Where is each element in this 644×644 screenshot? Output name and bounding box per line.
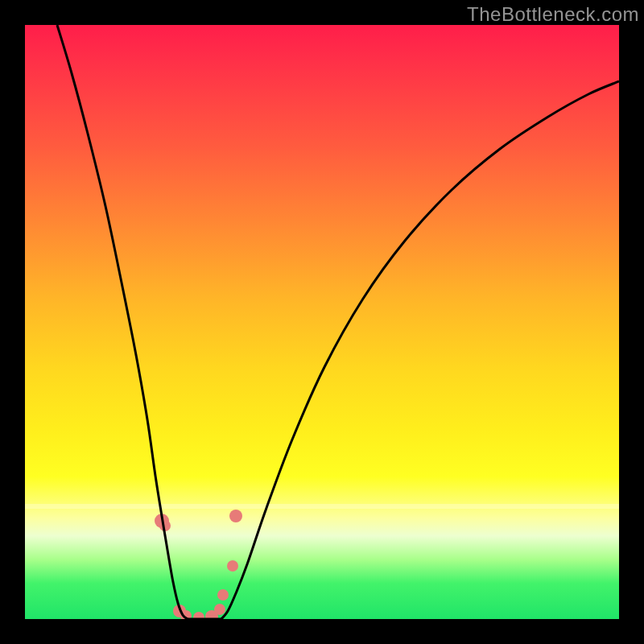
scatter-point <box>217 589 229 601</box>
scatter-point <box>227 560 238 572</box>
scatter-group <box>155 510 242 619</box>
right-curve <box>221 81 619 619</box>
scatter-point <box>229 510 242 522</box>
curve-overlay <box>25 25 619 619</box>
watermark-text: TheBottleneck.com <box>467 3 639 26</box>
chart-area <box>25 25 619 619</box>
scatter-point <box>214 604 225 615</box>
